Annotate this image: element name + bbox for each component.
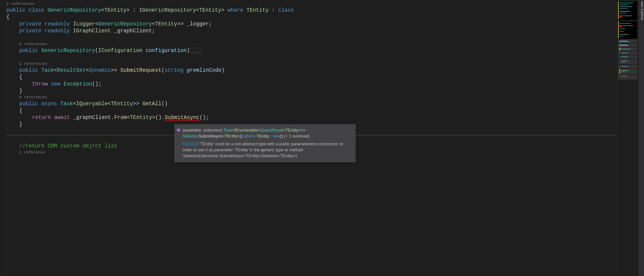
code-line[interactable]: throw new Exception(); <box>6 81 617 88</box>
codelens-references[interactable]: 0 references <box>6 94 617 100</box>
code-line[interactable]: } <box>6 88 617 94</box>
minimap-section[interactable] <box>618 59 638 64</box>
method-icon <box>176 128 180 132</box>
code-editor[interactable]: 2 references public class GenericReposit… <box>0 0 617 276</box>
minimap-section[interactable] <box>618 55 638 58</box>
minimap-section[interactable] <box>618 74 638 80</box>
minimap-section[interactable] <box>618 1 638 20</box>
code-line[interactable]: { <box>6 74 617 81</box>
indent-guide <box>6 6 7 276</box>
code-line[interactable]: private readonly IGraphClient _graphClie… <box>6 28 617 34</box>
team-explorer-tab[interactable]: eam Explorer <box>638 0 644 276</box>
tooltip-signature: (awaitable, extension) Task<IEnumerable<… <box>182 127 352 139</box>
blank-line <box>6 34 617 41</box>
tooltip-error: CS0310: 'TEntity' must be a non-abstract… <box>182 141 352 159</box>
error-span[interactable]: SubmitAsync <box>165 114 200 121</box>
minimap-section[interactable] <box>618 40 638 43</box>
intellisense-tooltip: (awaitable, extension) Task<IEnumerable<… <box>174 124 356 162</box>
code-line[interactable]: public async Task<IQueryable<TEntity>> G… <box>6 100 617 107</box>
code-line[interactable]: return await _graphClient.From<TEntity>(… <box>6 114 617 121</box>
minimap-section[interactable] <box>618 44 638 47</box>
code-line[interactable]: { <box>6 107 617 114</box>
minimap-section[interactable] <box>618 65 638 68</box>
collapsed-region[interactable]: ... <box>190 48 202 53</box>
code-line[interactable]: private readonly ILogger<GenericReposito… <box>6 21 617 28</box>
minimap-section[interactable] <box>618 47 638 51</box>
code-line[interactable]: public GenericRepository(IConfiguration … <box>6 47 617 54</box>
code-line[interactable]: public class GenericRepository<TEntity> … <box>6 7 617 14</box>
minimap-section[interactable] <box>618 69 638 74</box>
codelens-references[interactable]: 2 references <box>6 61 617 67</box>
codelens-references[interactable]: 2 references <box>6 1 617 7</box>
minimap-section[interactable] <box>618 21 638 39</box>
minimap[interactable] <box>617 0 638 276</box>
blank-line <box>6 54 617 61</box>
code-line[interactable]: { <box>6 14 617 21</box>
code-line[interactable]: public Task<ResultSet<dynamic>> SubmitRe… <box>6 67 617 74</box>
codelens-references[interactable]: 0 references <box>6 41 617 47</box>
minimap-section[interactable] <box>618 51 638 55</box>
